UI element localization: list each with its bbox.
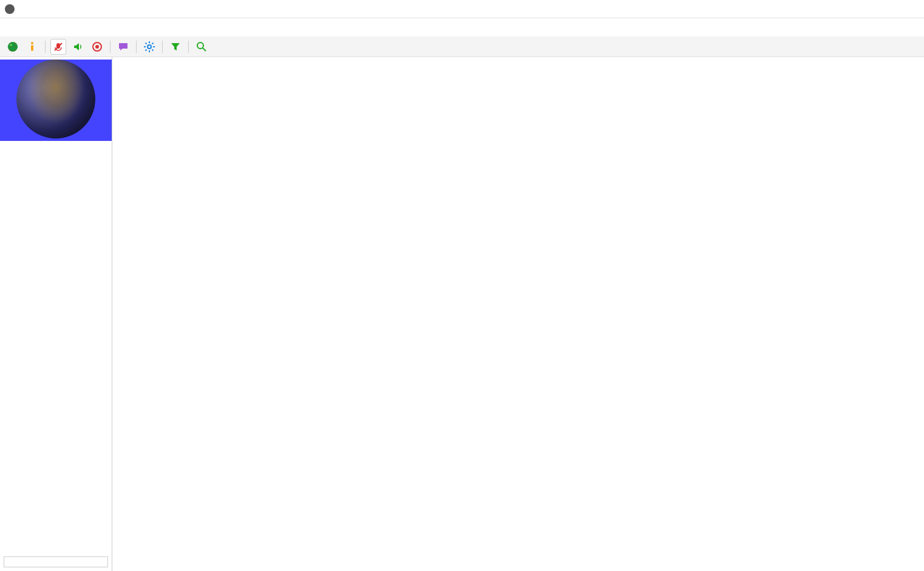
maximize-button[interactable] — [863, 0, 891, 18]
toolbar — [0, 36, 924, 57]
menu-help[interactable] — [49, 25, 61, 30]
svg-point-9 — [148, 45, 151, 49]
deafen-self-icon[interactable] — [70, 39, 86, 55]
search-icon[interactable] — [194, 39, 209, 55]
svg-point-4 — [31, 42, 33, 44]
app-icon — [5, 4, 15, 14]
separator — [45, 41, 46, 53]
svg-line-17 — [152, 43, 154, 44]
filter-icon[interactable] — [168, 39, 183, 55]
svg-line-19 — [203, 48, 206, 51]
window-controls — [835, 0, 919, 18]
info-content — [0, 57, 112, 553]
separator — [162, 41, 163, 53]
svg-point-2 — [10, 44, 12, 46]
minimize-button[interactable] — [835, 0, 863, 18]
comment-icon[interactable] — [115, 39, 131, 55]
server-banner — [0, 60, 112, 141]
menu-server[interactable] — [5, 25, 17, 30]
separator — [110, 41, 110, 53]
info-panel — [0, 57, 112, 571]
separator — [188, 41, 189, 53]
svg-line-14 — [146, 43, 147, 44]
chat-input[interactable] — [4, 556, 108, 567]
svg-rect-3 — [31, 45, 33, 51]
menu-bar — [0, 18, 924, 36]
menu-user[interactable] — [19, 25, 32, 30]
main-area — [0, 57, 924, 571]
record-icon[interactable] — [89, 39, 105, 55]
info-icon[interactable] — [24, 39, 40, 55]
channel-tree[interactable] — [112, 57, 924, 571]
svg-point-8 — [95, 45, 99, 49]
svg-line-16 — [146, 49, 147, 50]
menu-settings[interactable] — [34, 25, 46, 30]
title-bar — [0, 0, 924, 18]
svg-line-15 — [152, 49, 154, 50]
separator — [136, 41, 137, 53]
connect-icon[interactable] — [5, 39, 21, 55]
globe-image — [16, 60, 95, 138]
svg-point-18 — [197, 43, 203, 49]
settings-icon[interactable] — [141, 39, 157, 55]
close-button[interactable] — [891, 0, 919, 18]
mute-self-icon[interactable] — [50, 39, 66, 55]
